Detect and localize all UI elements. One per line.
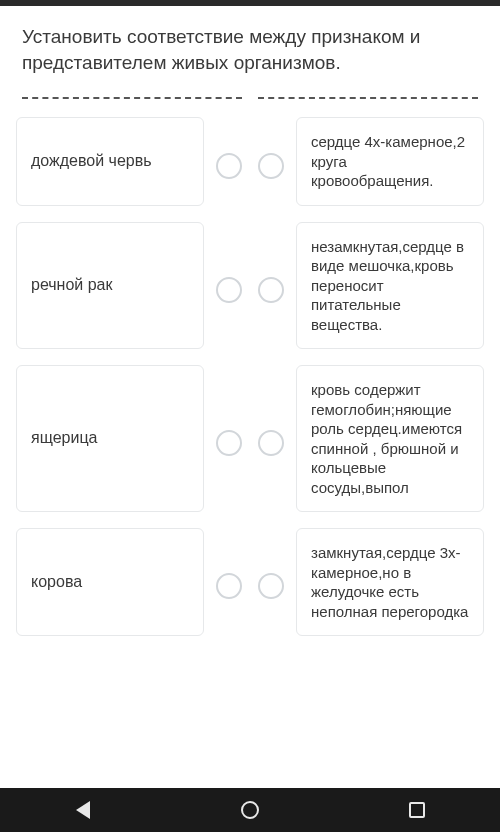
connector-right-1[interactable] — [254, 117, 288, 214]
divider-segment — [22, 97, 242, 99]
connector-circle-icon — [258, 430, 284, 456]
recent-icon — [409, 802, 425, 818]
back-button[interactable] — [68, 795, 98, 825]
left-option-3[interactable]: ящерица — [16, 365, 204, 512]
connector-circle-icon — [258, 153, 284, 179]
connector-circle-icon — [216, 430, 242, 456]
connector-left-1[interactable] — [212, 117, 246, 214]
connector-circle-icon — [216, 573, 242, 599]
home-icon — [241, 801, 259, 819]
left-option-label: ящерица — [31, 428, 97, 449]
question-text: Установить соответствие между признаком … — [0, 6, 500, 89]
right-option-3[interactable]: кровь содержит гемоглобин;няющие роль се… — [296, 365, 484, 512]
back-icon — [76, 801, 90, 819]
left-option-4[interactable]: корова — [16, 528, 204, 636]
connector-circle-icon — [216, 277, 242, 303]
android-nav-bar — [0, 788, 500, 832]
right-option-label: незамкнутая,сердце в виде мешочка,кровь … — [311, 237, 469, 335]
right-option-4[interactable]: замкнутая,сердце 3х-камерное,но в желудо… — [296, 528, 484, 636]
matching-container: дождевой червь сердце 4х-камерное,2 круг… — [0, 117, 500, 644]
right-option-label: замкнутая,сердце 3х-камерное,но в желудо… — [311, 543, 469, 621]
divider-segment — [258, 97, 478, 99]
right-option-2[interactable]: незамкнутая,сердце в виде мешочка,кровь … — [296, 222, 484, 350]
connector-right-4[interactable] — [254, 528, 288, 644]
connector-circle-icon — [216, 153, 242, 179]
left-option-label: дождевой червь — [31, 151, 152, 172]
connector-circle-icon — [258, 277, 284, 303]
right-option-label: сердце 4х-камерное,2 круга кровообращени… — [311, 132, 469, 191]
left-option-2[interactable]: речной рак — [16, 222, 204, 350]
right-option-1[interactable]: сердце 4х-камерное,2 круга кровообращени… — [296, 117, 484, 206]
connector-right-2[interactable] — [254, 222, 288, 358]
connector-left-4[interactable] — [212, 528, 246, 644]
left-option-label: корова — [31, 572, 82, 593]
connector-left-2[interactable] — [212, 222, 246, 358]
connector-circle-icon — [258, 573, 284, 599]
divider — [0, 89, 500, 117]
connector-left-3[interactable] — [212, 365, 246, 520]
connector-right-3[interactable] — [254, 365, 288, 520]
content-area: Установить соответствие между признаком … — [0, 6, 500, 788]
recent-apps-button[interactable] — [402, 795, 432, 825]
right-option-label: кровь содержит гемоглобин;няющие роль се… — [311, 380, 469, 497]
left-option-1[interactable]: дождевой червь — [16, 117, 204, 206]
left-option-label: речной рак — [31, 275, 113, 296]
home-button[interactable] — [235, 795, 265, 825]
